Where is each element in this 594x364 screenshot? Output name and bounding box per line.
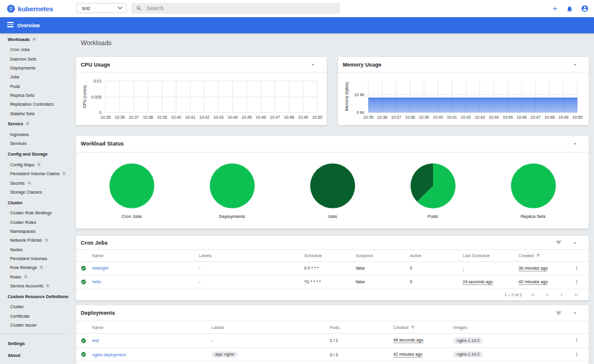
sidebar-item-ingresses[interactable]: Ingresses	[0, 130, 76, 139]
deployment-name-link[interactable]: nginx-deployment	[92, 348, 126, 362]
column-header-labels[interactable]: Labels	[211, 321, 224, 333]
sidebar-label: Secrets	[10, 181, 25, 186]
sidebar-item-secrets[interactable]: SecretsN	[0, 178, 76, 187]
sidebar-header-config-and-storage[interactable]: Config and Storage	[0, 150, 76, 159]
deployment-labels: app: nginx	[211, 348, 238, 362]
sidebar-header-about[interactable]: About	[0, 351, 76, 360]
sidebar-label: Stateful Sets	[10, 111, 34, 116]
collapse-icon[interactable]	[571, 309, 579, 317]
menu-icon[interactable]	[7, 22, 14, 27]
cpu-usage-chart: 00.0050.0110:3510:3610:3710:3810:3910:40…	[76, 72, 327, 125]
column-header-active[interactable]: Active	[410, 250, 422, 261]
previous-page-icon[interactable]	[545, 292, 550, 297]
sidebar-item-replication-controllers[interactable]: Replication Controllers	[0, 100, 76, 109]
deployment-images: nginx:1.14.2	[453, 334, 483, 347]
sidebar-item-cluster-role-bindings[interactable]: Cluster Role Bindings	[0, 208, 76, 217]
x-tick-label: 10:42	[199, 115, 209, 119]
sidebar-item-role-bindings[interactable]: Role BindingsN	[0, 263, 76, 272]
column-header-pods[interactable]: Pods	[330, 321, 339, 333]
row-menu-icon[interactable]	[573, 262, 581, 275]
column-header-images[interactable]: Images	[453, 321, 467, 333]
collapse-icon[interactable]	[309, 61, 317, 69]
x-tick-label: 10:49	[558, 115, 568, 119]
sidebar-header-cluster[interactable]: Cluster	[0, 198, 76, 207]
sidebar-item-pods[interactable]: Pods	[0, 81, 76, 90]
sidebar-item-cron-jobs[interactable]: Cron Jobs	[0, 45, 76, 54]
filter-icon[interactable]	[554, 309, 563, 317]
column-header-created[interactable]: Created	[393, 321, 415, 333]
sidebar-item-storage-classes[interactable]: Storage Classes	[0, 188, 76, 197]
sidebar-label: Persistent Volumes	[10, 256, 47, 261]
column-header-schedule[interactable]: Schedule	[304, 250, 322, 261]
row-menu-icon[interactable]	[573, 276, 581, 289]
sidebar-item-roles[interactable]: RolesN	[0, 272, 76, 281]
cronjob-created: 42 minutes ago	[519, 276, 548, 289]
cronjob-labels: -	[199, 262, 200, 275]
sidebar-item-deployments[interactable]: Deployments	[0, 64, 76, 72]
pie-label: Jobs	[328, 214, 337, 219]
sidebar-item-certificate[interactable]: Certificate	[0, 312, 76, 321]
sidebar-item-replica-sets[interactable]: Replica Sets	[0, 91, 76, 100]
x-tick-label: 10:36	[115, 115, 125, 119]
sidebar-item-services[interactable]: Services	[0, 139, 76, 148]
workload-pie-deployments: Deployments	[182, 153, 282, 229]
collapse-icon[interactable]	[571, 61, 579, 69]
sidebar-header-custom-resource-definitions[interactable]: Custom Resource Definitions	[0, 292, 76, 301]
sidebar-header-settings[interactable]: Settings	[0, 339, 76, 348]
sidebar-header-service[interactable]: ServiceN	[0, 119, 76, 128]
sidebar-item-cluster-issuer[interactable]: Cluster Issuer	[0, 321, 76, 330]
sidebar-label: Nodes	[10, 247, 23, 252]
collapse-icon[interactable]	[571, 140, 579, 148]
kubernetes-brand[interactable]: kubernetes	[7, 4, 76, 13]
cronjob-name-link[interactable]: midnight	[92, 262, 108, 275]
x-tick-label: 10:38	[405, 115, 415, 119]
workload-status-pies: Cron JobsDeploymentsJobsPodsReplica Sets	[76, 153, 589, 229]
y-tick-label: 0 Mi	[356, 110, 364, 115]
account-circle-icon[interactable]	[580, 5, 589, 13]
column-header-suspend[interactable]: Suspend	[356, 250, 372, 261]
sidebar-item-persistent-volumes[interactable]: Persistent Volumes	[0, 254, 76, 263]
column-header-labels[interactable]: Labels	[199, 250, 211, 261]
first-page-icon[interactable]	[530, 292, 536, 297]
cronjob-name-link[interactable]: hello	[92, 276, 101, 289]
sidebar-item-nodes[interactable]: Nodes	[0, 245, 76, 254]
sidebar-item-cluster-roles[interactable]: Cluster Roles	[0, 218, 76, 227]
sidebar-item-daemon-sets[interactable]: Daemon Sets	[0, 55, 76, 64]
deployment-name-link[interactable]: test	[92, 334, 99, 347]
sidebar-item-persistent-volume-claims[interactable]: Persistent Volume ClaimsN	[0, 169, 76, 178]
sidebar-item-service-accounts[interactable]: Service AccountsN	[0, 281, 76, 290]
sidebar-label: Certificate	[10, 314, 30, 319]
column-header-name[interactable]: Name	[92, 321, 103, 333]
column-header-last-schedule[interactable]: Last Schedule	[463, 250, 490, 261]
next-page-icon[interactable]	[559, 292, 564, 297]
main-content: Workloads CPU Usage 00.0050.0110:3510:36…	[76, 33, 594, 364]
chevron-down-icon	[118, 7, 122, 10]
image-chip: nginx:1.14.2	[453, 337, 483, 344]
add-icon[interactable]	[551, 5, 559, 13]
filter-icon[interactable]	[554, 239, 563, 247]
row-menu-icon[interactable]	[573, 334, 581, 347]
sidebar-item-config-maps[interactable]: Config MapsN	[0, 160, 76, 169]
sidebar-item-cluster[interactable]: Cluster	[0, 302, 76, 311]
sidebar-item-namespaces[interactable]: Namespaces	[0, 227, 76, 236]
collapse-icon[interactable]	[571, 239, 579, 247]
toolbar-title: Overview	[17, 23, 40, 29]
sidebar-item-jobs[interactable]: Jobs	[0, 72, 76, 81]
search-input[interactable]	[147, 5, 340, 11]
column-header-name[interactable]: Name	[92, 250, 103, 261]
brand-name: kubernetes	[18, 5, 53, 12]
sidebar-item-network-policies[interactable]: Network PoliciesN	[0, 236, 76, 245]
column-header-created[interactable]: Created	[519, 250, 541, 261]
pie-chart	[310, 163, 355, 208]
page-title: Workloads	[81, 37, 589, 48]
sidebar-label: Cron Jobs	[10, 47, 30, 52]
x-tick-label: 10:46	[517, 115, 527, 119]
deployments-card-header: Deployments	[76, 305, 589, 321]
sidebar-header-workloads[interactable]: WorkloadsN	[0, 35, 76, 44]
sidebar-item-stateful-sets[interactable]: Stateful Sets	[0, 109, 76, 118]
notifications-icon[interactable]	[565, 5, 574, 13]
row-menu-icon[interactable]	[573, 348, 581, 362]
namespace-select[interactable]: test	[77, 3, 127, 13]
sidebar-label: Cluster Issuer	[10, 322, 37, 328]
last-page-icon[interactable]	[573, 292, 579, 297]
